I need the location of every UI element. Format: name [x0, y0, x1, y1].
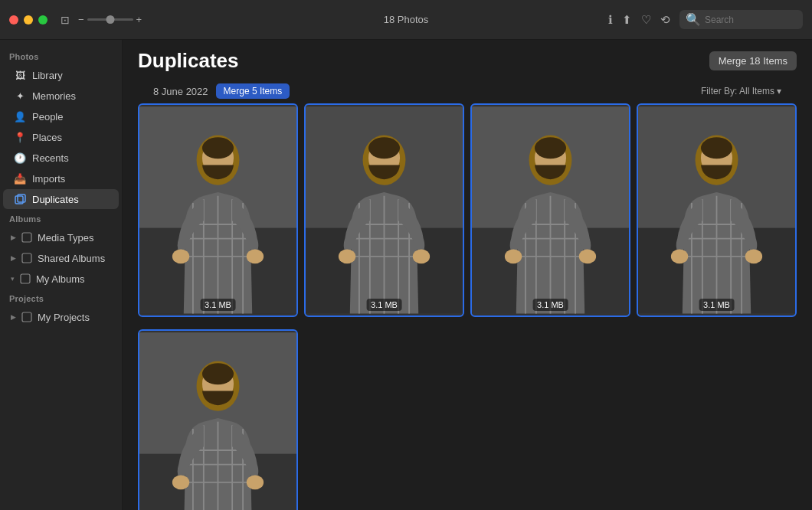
sidebar-item-my-projects[interactable]: ▶ My Projects [3, 307, 119, 327]
photo-size-badge: 3.1 MB [699, 299, 735, 311]
close-button[interactable] [9, 15, 18, 25]
svg-point-13 [172, 250, 189, 264]
svg-point-20 [368, 137, 400, 159]
titlebar: ⊡ − + 18 Photos ℹ ⬆ ♡ ⟲ 🔍 [0, 0, 812, 40]
sidebar-item-label: My Albums [36, 273, 85, 285]
photo-item[interactable]: 3.1 MB [637, 103, 797, 317]
sidebar-item-label: Media Types [38, 232, 93, 244]
sidebar-item-duplicates[interactable]: Duplicates [3, 189, 119, 209]
svg-point-30 [579, 250, 596, 264]
albums-section-label: Albums [0, 210, 122, 227]
photo-size-badge: 3.1 MB [366, 299, 402, 311]
svg-rect-2 [22, 233, 31, 242]
sidebar-item-memories[interactable]: ✦ Memories [3, 86, 119, 106]
svg-rect-5 [22, 312, 31, 322]
svg-point-46 [247, 475, 264, 489]
svg-point-28 [535, 137, 566, 159]
svg-point-29 [505, 250, 522, 264]
svg-rect-3 [22, 253, 31, 263]
photo-count: 18 Photos [384, 14, 429, 25]
crop-icon[interactable]: ⊡ [58, 13, 72, 27]
share-button[interactable]: ⬆ [622, 13, 632, 27]
library-icon: 🖼 [14, 69, 26, 81]
favorite-button[interactable]: ♡ [641, 13, 651, 27]
photo-item[interactable]: 3.1 MB [138, 103, 298, 317]
group1-photos-grid: 3.1 MB [138, 103, 797, 317]
sidebar-item-label: Imports [32, 173, 65, 185]
svg-point-45 [172, 475, 189, 489]
svg-point-21 [339, 250, 355, 264]
info-button[interactable]: ℹ [608, 13, 613, 27]
minimize-button[interactable] [24, 15, 33, 25]
svg-rect-4 [21, 274, 30, 283]
rotate-button[interactable]: ⟲ [660, 13, 670, 27]
titlebar-actions: ℹ ⬆ ♡ ⟲ 🔍 [608, 10, 803, 29]
chevron-down-icon: ▾ [11, 275, 15, 283]
merge-all-button[interactable]: Merge 18 Items [709, 51, 797, 70]
my-albums-icon [19, 273, 31, 285]
sidebar-item-recents[interactable]: 🕐 Recents [3, 148, 119, 168]
slider-track[interactable] [87, 18, 133, 21]
search-box[interactable]: 🔍 [679, 10, 803, 29]
svg-point-37 [671, 250, 688, 264]
app-body: Photos 🖼 Library ✦ Memories 👤 People 📍 P… [0, 40, 812, 510]
projects-section-label: Projects [0, 289, 122, 306]
chevron-right-icon-3: ▶ [11, 313, 16, 321]
content-header: Duplicates Merge 18 Items [123, 40, 812, 79]
photo-image [472, 105, 629, 315]
svg-point-44 [202, 363, 234, 384]
photo-size-badge: 3.1 MB [200, 299, 236, 311]
group1-date: 8 June 2022 [153, 86, 208, 97]
sidebar-item-my-albums[interactable]: ▾ My Albums [3, 269, 119, 289]
page-title: Duplicates [138, 49, 239, 73]
photo-image [139, 331, 296, 510]
sidebar-item-label: Memories [32, 90, 76, 102]
people-icon: 👤 [14, 110, 26, 123]
photo-item[interactable]: 3.1 MB [470, 103, 630, 317]
sidebar-item-label: Shared Albums [38, 253, 105, 264]
group1-header: 8 June 2022 Merge 5 Items Filter By: All… [138, 79, 797, 103]
photos-section-label: Photos [0, 47, 122, 64]
search-input[interactable] [705, 15, 797, 25]
sidebar-item-label: Recents [32, 152, 69, 164]
main-content: Duplicates Merge 18 Items 8 June 2022 Me… [123, 40, 812, 510]
search-icon: 🔍 [686, 12, 701, 27]
sidebar-item-people[interactable]: 👤 People [3, 106, 119, 126]
sidebar-item-imports[interactable]: 📥 Imports [3, 168, 119, 188]
photo-image [306, 105, 463, 315]
photos-scroll[interactable]: 8 June 2022 Merge 5 Items Filter By: All… [123, 79, 812, 510]
sidebar-item-label: Places [32, 132, 62, 143]
photo-size-badge: 3.1 MB [532, 299, 568, 311]
zoom-out-button[interactable]: − [78, 14, 84, 25]
sidebar-item-shared-albums[interactable]: ▶ Shared Albums [3, 248, 119, 268]
sidebar-item-media-types[interactable]: ▶ Media Types [3, 227, 119, 247]
sidebar: Photos 🖼 Library ✦ Memories 👤 People 📍 P… [0, 40, 123, 510]
filter-button[interactable]: Filter By: All Items ▾ [701, 86, 781, 96]
zoom-in-button[interactable]: + [136, 14, 142, 25]
sidebar-item-library[interactable]: 🖼 Library [3, 65, 119, 85]
places-icon: 📍 [14, 131, 26, 143]
sidebar-item-label: Duplicates [32, 194, 79, 205]
fullscreen-button[interactable] [38, 15, 47, 25]
media-types-icon [21, 231, 33, 244]
memories-icon: ✦ [14, 90, 26, 102]
sidebar-item-places[interactable]: 📍 Places [3, 127, 119, 147]
photo-item[interactable]: 3.1 MB [304, 103, 464, 317]
sidebar-item-label: People [32, 111, 63, 123]
recents-icon: 🕐 [14, 152, 26, 164]
svg-point-22 [413, 250, 430, 264]
svg-point-14 [247, 250, 264, 264]
svg-point-12 [202, 137, 234, 159]
svg-point-38 [745, 250, 762, 264]
merge-group1-button[interactable]: Merge 5 Items [216, 83, 290, 99]
traffic-lights [9, 15, 47, 25]
photo-item[interactable]: 3.1 MB [138, 329, 298, 510]
my-projects-icon [21, 311, 33, 323]
zoom-slider[interactable]: − + [78, 14, 142, 25]
photo-image [139, 105, 296, 315]
duplicates-icon [14, 193, 26, 205]
chevron-right-icon: ▶ [11, 234, 16, 241]
chevron-right-icon-2: ▶ [11, 254, 16, 262]
shared-albums-icon [21, 252, 33, 264]
slider-thumb[interactable] [106, 15, 114, 24]
